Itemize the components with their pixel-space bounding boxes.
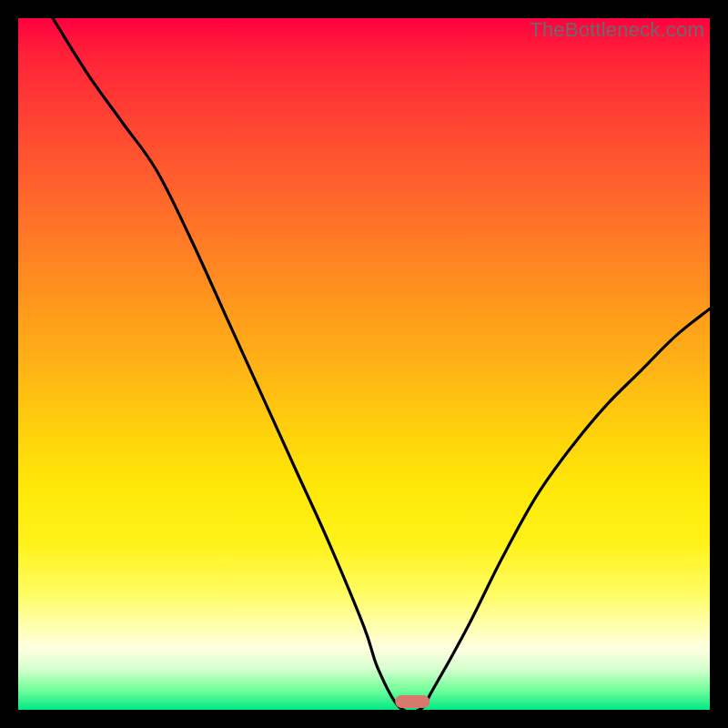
optimal-marker [18, 18, 710, 710]
svg-rect-0 [395, 695, 430, 708]
chart-frame: TheBottleneck.com [0, 0, 728, 728]
chart-plot-area: TheBottleneck.com [18, 18, 710, 710]
